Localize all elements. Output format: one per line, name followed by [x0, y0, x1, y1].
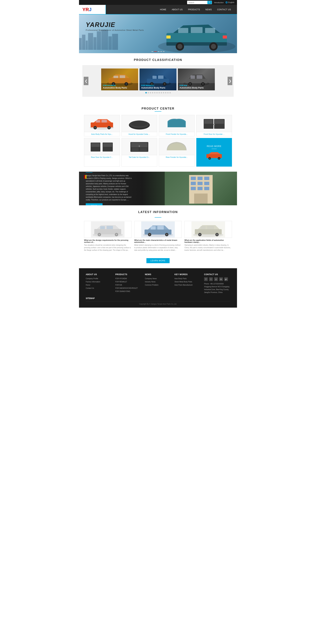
intro-link[interactable]: Introduction: [214, 2, 224, 4]
nav-news[interactable]: NEWS: [203, 5, 215, 14]
slider-dot-1[interactable]: [151, 51, 153, 52]
svg-rect-55: [215, 120, 224, 124]
top-bar-links: Introduction 🌐 English: [214, 1, 234, 4]
footer-for-kia[interactable]: FOR KIA: [115, 284, 142, 286]
nav-products[interactable]: PRODUCTS: [185, 5, 203, 14]
hero-title: YARUJIE: [86, 21, 144, 28]
product-card-2[interactable]: Hood for Hyundai Creta ...: [121, 115, 157, 136]
social-linkedin[interactable]: in: [219, 277, 223, 281]
svg-rect-103: [157, 226, 164, 230]
product-fender-svg: [163, 117, 190, 130]
svg-point-44: [94, 127, 96, 129]
latest-underline: [155, 217, 161, 218]
footer-common-problem[interactable]: Common Problem: [145, 284, 171, 286]
search-bar[interactable]: 🔍: [187, 1, 212, 4]
class-card-hyundai-type: Automotive Body Parts: [103, 86, 136, 89]
product-card-1[interactable]: Auto Body Parts for Hyu...: [84, 115, 120, 136]
social-twitter[interactable]: t: [209, 277, 213, 281]
svg-point-46: [108, 127, 110, 129]
svg-rect-80: [191, 187, 196, 190]
read-more-text: READ MORE: [207, 145, 222, 148]
footer-auto-body-parts[interactable]: Auto Body Parts: [174, 277, 201, 280]
carousel-dot-7[interactable]: [159, 92, 160, 94]
svg-point-7: [211, 44, 216, 49]
svg-rect-74: [191, 177, 196, 180]
product-card-7[interactable]: Rear Fender for Hyundai...: [159, 138, 195, 166]
social-googleplus[interactable]: g+: [224, 277, 228, 281]
svg-rect-53: [204, 120, 213, 124]
social-youtube[interactable]: y: [214, 277, 218, 281]
carousel-dot-2[interactable]: [148, 92, 149, 94]
footer-company-profile[interactable]: Company Profile: [86, 277, 112, 280]
carousel-dot-10[interactable]: [165, 92, 166, 94]
svg-rect-48: [101, 120, 107, 122]
nav-contact[interactable]: CONTACT US: [215, 5, 234, 14]
carousel-dot-12[interactable]: [169, 92, 171, 94]
news-card-3[interactable]: What are the application fields of autom…: [184, 221, 232, 252]
svg-point-5: [177, 44, 182, 49]
carousel-dot-3[interactable]: [150, 92, 151, 94]
class-card-kia-brand: FOR KIA: [180, 84, 213, 86]
slider-dot-5[interactable]: [163, 51, 165, 52]
logo: YRJ: [82, 7, 92, 12]
class-card-kia-type: Automotive Body Parts: [180, 86, 213, 89]
footer-for-renault[interactable]: FOR RENAULT: [115, 280, 142, 283]
news-card-1[interactable]: What are the design requirements for the…: [84, 221, 132, 252]
carousel-prev-arrow[interactable]: ❮: [84, 77, 88, 85]
product-card-5[interactable]: Rear Door for Hyundai C...: [84, 138, 120, 166]
slider-dot-2[interactable]: [154, 51, 157, 52]
carousel-dot-9[interactable]: [163, 92, 164, 94]
footer-for-daewoo[interactable]: FOR DAEWOO/CHEVROLET: [115, 287, 142, 290]
search-button[interactable]: 🔍: [207, 1, 212, 4]
class-card-hyundai[interactable]: FOR HYUNDAI Automotive Body Parts: [101, 68, 138, 90]
footer-company-news[interactable]: Company News: [145, 277, 171, 280]
svg-rect-59: [91, 143, 100, 147]
svg-rect-12: [223, 36, 227, 38]
news-car-svg-1: [91, 222, 125, 238]
nav-home[interactable]: HOME: [157, 5, 169, 14]
language-selector[interactable]: 🌐 English: [225, 1, 234, 4]
carousel-dot-8[interactable]: [161, 92, 162, 94]
product-card-4[interactable]: Front Door for Hyundai ...: [196, 115, 232, 136]
carousel-dot-6[interactable]: [156, 92, 158, 94]
svg-rect-83: [194, 194, 208, 204]
about-banner-line: [86, 172, 92, 173]
slider-dot-3[interactable]: [158, 51, 160, 52]
svg-rect-81: [198, 187, 203, 190]
footer-for-hyundai[interactable]: FOR HYUNDAI: [115, 277, 142, 280]
footer-contact-col: CONTACT US f t y in g+ Phone: +86-137333…: [204, 273, 230, 294]
product-name-4: Front Door for Hyundai ...: [204, 133, 225, 135]
search-input[interactable]: [187, 1, 207, 4]
news-card-2[interactable]: What are the main characteristics of met…: [134, 221, 182, 252]
product-card-6[interactable]: Tail Gate for Hyundai Cr...: [121, 138, 157, 166]
nav-about[interactable]: ABOUT US: [169, 5, 185, 14]
product-label-6: Tail Gate for Hyundai Cr...: [122, 155, 157, 159]
footer-address: Xinggang Avenue NO.6 Gangqing Industrial…: [204, 285, 230, 294]
carousel-dot-1[interactable]: [145, 92, 147, 94]
product-label-4: Front Door for Hyundai ...: [197, 132, 232, 136]
product-label-2: Hood for Hyundai Creta ...: [122, 132, 157, 136]
learn-more-button[interactable]: LEARN MORE: [146, 258, 169, 263]
footer-auto-parts-manufacturer[interactable]: Auto Parts Manufacturer: [174, 284, 201, 286]
carousel-next-arrow[interactable]: ❯: [228, 77, 232, 85]
slider-dot-4[interactable]: [160, 51, 162, 52]
footer-industry-news[interactable]: Industry News: [145, 280, 171, 283]
carousel-dot-4[interactable]: [152, 92, 153, 94]
carousel-dot-11[interactable]: [167, 92, 169, 94]
latest-title: LATEST INFORMATION: [84, 210, 232, 214]
class-card-kia[interactable]: FOR KIA Automotive Body Parts: [178, 68, 215, 90]
social-facebook[interactable]: f: [204, 277, 208, 281]
footer-honor[interactable]: Honor: [86, 284, 112, 286]
class-card-renault[interactable]: FOR RENAULT Automotive Body Parts: [139, 68, 177, 90]
carousel-dot-5[interactable]: [154, 92, 155, 94]
about-read-more-button[interactable]: READ MORE: [86, 203, 102, 206]
product-card-3[interactable]: Front Fender for Hyunda...: [159, 115, 195, 136]
about-banner-content: JIANGSU YARUJIE AUTO PARTS Jiangsu Yaruj…: [79, 172, 165, 205]
read-more-card[interactable]: READ MORE: [196, 138, 232, 166]
svg-rect-8: [178, 28, 188, 33]
logo-r: R: [85, 7, 89, 12]
footer-sheet-metal-body-parts[interactable]: Sheet Metal Body Parts: [174, 280, 201, 283]
footer-factory-info[interactable]: Factory Information: [86, 280, 112, 283]
footer-contact-link[interactable]: Contact Us: [86, 287, 112, 290]
footer-for-ssangyong[interactable]: FOR SSANGYONG: [115, 290, 142, 293]
